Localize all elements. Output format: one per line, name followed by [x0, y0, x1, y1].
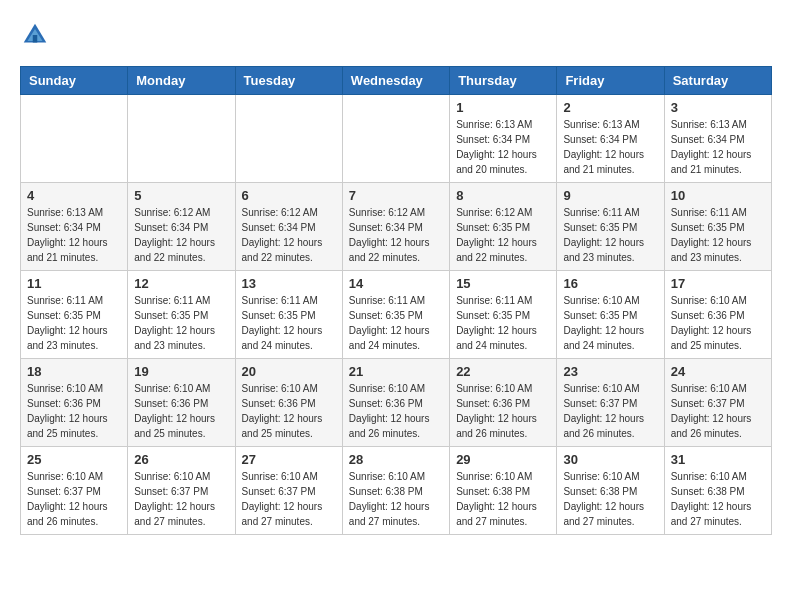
- logo: [20, 20, 56, 50]
- cell-info-text: Sunrise: 6:11 AM Sunset: 6:35 PM Dayligh…: [242, 293, 336, 353]
- calendar-header-row: SundayMondayTuesdayWednesdayThursdayFrid…: [21, 67, 772, 95]
- cell-date-number: 17: [671, 276, 765, 291]
- calendar-cell: 20Sunrise: 6:10 AM Sunset: 6:36 PM Dayli…: [235, 359, 342, 447]
- cell-date-number: 19: [134, 364, 228, 379]
- calendar-cell: 28Sunrise: 6:10 AM Sunset: 6:38 PM Dayli…: [342, 447, 449, 535]
- cell-info-text: Sunrise: 6:10 AM Sunset: 6:36 PM Dayligh…: [671, 293, 765, 353]
- day-header-wednesday: Wednesday: [342, 67, 449, 95]
- day-header-friday: Friday: [557, 67, 664, 95]
- cell-info-text: Sunrise: 6:12 AM Sunset: 6:34 PM Dayligh…: [349, 205, 443, 265]
- cell-info-text: Sunrise: 6:10 AM Sunset: 6:35 PM Dayligh…: [563, 293, 657, 353]
- calendar-cell: 22Sunrise: 6:10 AM Sunset: 6:36 PM Dayli…: [450, 359, 557, 447]
- cell-date-number: 6: [242, 188, 336, 203]
- cell-date-number: 1: [456, 100, 550, 115]
- calendar-cell: 5Sunrise: 6:12 AM Sunset: 6:34 PM Daylig…: [128, 183, 235, 271]
- cell-info-text: Sunrise: 6:13 AM Sunset: 6:34 PM Dayligh…: [563, 117, 657, 177]
- calendar-cell: [342, 95, 449, 183]
- calendar-cell: 31Sunrise: 6:10 AM Sunset: 6:38 PM Dayli…: [664, 447, 771, 535]
- cell-date-number: 18: [27, 364, 121, 379]
- cell-date-number: 8: [456, 188, 550, 203]
- calendar-week-0: 1Sunrise: 6:13 AM Sunset: 6:34 PM Daylig…: [21, 95, 772, 183]
- calendar-cell: 17Sunrise: 6:10 AM Sunset: 6:36 PM Dayli…: [664, 271, 771, 359]
- calendar-cell: 18Sunrise: 6:10 AM Sunset: 6:36 PM Dayli…: [21, 359, 128, 447]
- page: SundayMondayTuesdayWednesdayThursdayFrid…: [0, 0, 792, 545]
- day-header-saturday: Saturday: [664, 67, 771, 95]
- calendar-week-2: 11Sunrise: 6:11 AM Sunset: 6:35 PM Dayli…: [21, 271, 772, 359]
- calendar-cell: [235, 95, 342, 183]
- cell-date-number: 31: [671, 452, 765, 467]
- calendar-cell: 2Sunrise: 6:13 AM Sunset: 6:34 PM Daylig…: [557, 95, 664, 183]
- day-header-thursday: Thursday: [450, 67, 557, 95]
- day-header-tuesday: Tuesday: [235, 67, 342, 95]
- cell-info-text: Sunrise: 6:10 AM Sunset: 6:36 PM Dayligh…: [27, 381, 121, 441]
- cell-date-number: 29: [456, 452, 550, 467]
- calendar-cell: 29Sunrise: 6:10 AM Sunset: 6:38 PM Dayli…: [450, 447, 557, 535]
- cell-date-number: 3: [671, 100, 765, 115]
- cell-info-text: Sunrise: 6:10 AM Sunset: 6:37 PM Dayligh…: [134, 469, 228, 529]
- calendar-cell: 7Sunrise: 6:12 AM Sunset: 6:34 PM Daylig…: [342, 183, 449, 271]
- cell-date-number: 10: [671, 188, 765, 203]
- cell-info-text: Sunrise: 6:11 AM Sunset: 6:35 PM Dayligh…: [671, 205, 765, 265]
- cell-info-text: Sunrise: 6:13 AM Sunset: 6:34 PM Dayligh…: [27, 205, 121, 265]
- cell-info-text: Sunrise: 6:11 AM Sunset: 6:35 PM Dayligh…: [349, 293, 443, 353]
- cell-info-text: Sunrise: 6:10 AM Sunset: 6:38 PM Dayligh…: [456, 469, 550, 529]
- cell-date-number: 12: [134, 276, 228, 291]
- calendar-cell: 15Sunrise: 6:11 AM Sunset: 6:35 PM Dayli…: [450, 271, 557, 359]
- cell-date-number: 20: [242, 364, 336, 379]
- cell-date-number: 30: [563, 452, 657, 467]
- cell-info-text: Sunrise: 6:11 AM Sunset: 6:35 PM Dayligh…: [456, 293, 550, 353]
- calendar-cell: 8Sunrise: 6:12 AM Sunset: 6:35 PM Daylig…: [450, 183, 557, 271]
- cell-date-number: 23: [563, 364, 657, 379]
- calendar-week-1: 4Sunrise: 6:13 AM Sunset: 6:34 PM Daylig…: [21, 183, 772, 271]
- calendar-cell: 19Sunrise: 6:10 AM Sunset: 6:36 PM Dayli…: [128, 359, 235, 447]
- calendar-cell: 6Sunrise: 6:12 AM Sunset: 6:34 PM Daylig…: [235, 183, 342, 271]
- cell-date-number: 5: [134, 188, 228, 203]
- cell-info-text: Sunrise: 6:10 AM Sunset: 6:38 PM Dayligh…: [349, 469, 443, 529]
- day-header-sunday: Sunday: [21, 67, 128, 95]
- calendar-cell: 12Sunrise: 6:11 AM Sunset: 6:35 PM Dayli…: [128, 271, 235, 359]
- logo-icon: [20, 20, 50, 50]
- calendar-cell: 3Sunrise: 6:13 AM Sunset: 6:34 PM Daylig…: [664, 95, 771, 183]
- cell-info-text: Sunrise: 6:13 AM Sunset: 6:34 PM Dayligh…: [671, 117, 765, 177]
- cell-info-text: Sunrise: 6:10 AM Sunset: 6:37 PM Dayligh…: [27, 469, 121, 529]
- cell-date-number: 2: [563, 100, 657, 115]
- cell-date-number: 14: [349, 276, 443, 291]
- calendar-cell: [128, 95, 235, 183]
- calendar-cell: 21Sunrise: 6:10 AM Sunset: 6:36 PM Dayli…: [342, 359, 449, 447]
- cell-info-text: Sunrise: 6:12 AM Sunset: 6:34 PM Dayligh…: [242, 205, 336, 265]
- cell-info-text: Sunrise: 6:11 AM Sunset: 6:35 PM Dayligh…: [27, 293, 121, 353]
- calendar-table: SundayMondayTuesdayWednesdayThursdayFrid…: [20, 66, 772, 535]
- cell-date-number: 27: [242, 452, 336, 467]
- calendar-cell: 24Sunrise: 6:10 AM Sunset: 6:37 PM Dayli…: [664, 359, 771, 447]
- header: [20, 20, 772, 50]
- cell-date-number: 26: [134, 452, 228, 467]
- cell-date-number: 28: [349, 452, 443, 467]
- calendar-cell: 16Sunrise: 6:10 AM Sunset: 6:35 PM Dayli…: [557, 271, 664, 359]
- calendar-cell: 27Sunrise: 6:10 AM Sunset: 6:37 PM Dayli…: [235, 447, 342, 535]
- calendar-cell: 10Sunrise: 6:11 AM Sunset: 6:35 PM Dayli…: [664, 183, 771, 271]
- cell-info-text: Sunrise: 6:12 AM Sunset: 6:34 PM Dayligh…: [134, 205, 228, 265]
- calendar-week-3: 18Sunrise: 6:10 AM Sunset: 6:36 PM Dayli…: [21, 359, 772, 447]
- cell-info-text: Sunrise: 6:11 AM Sunset: 6:35 PM Dayligh…: [134, 293, 228, 353]
- cell-date-number: 11: [27, 276, 121, 291]
- cell-info-text: Sunrise: 6:10 AM Sunset: 6:37 PM Dayligh…: [242, 469, 336, 529]
- cell-info-text: Sunrise: 6:10 AM Sunset: 6:36 PM Dayligh…: [242, 381, 336, 441]
- calendar-cell: 11Sunrise: 6:11 AM Sunset: 6:35 PM Dayli…: [21, 271, 128, 359]
- cell-date-number: 21: [349, 364, 443, 379]
- calendar-cell: 23Sunrise: 6:10 AM Sunset: 6:37 PM Dayli…: [557, 359, 664, 447]
- cell-info-text: Sunrise: 6:13 AM Sunset: 6:34 PM Dayligh…: [456, 117, 550, 177]
- calendar-cell: 14Sunrise: 6:11 AM Sunset: 6:35 PM Dayli…: [342, 271, 449, 359]
- cell-info-text: Sunrise: 6:12 AM Sunset: 6:35 PM Dayligh…: [456, 205, 550, 265]
- cell-date-number: 25: [27, 452, 121, 467]
- day-header-monday: Monday: [128, 67, 235, 95]
- calendar-cell: [21, 95, 128, 183]
- cell-info-text: Sunrise: 6:10 AM Sunset: 6:36 PM Dayligh…: [134, 381, 228, 441]
- calendar-cell: 1Sunrise: 6:13 AM Sunset: 6:34 PM Daylig…: [450, 95, 557, 183]
- calendar-cell: 30Sunrise: 6:10 AM Sunset: 6:38 PM Dayli…: [557, 447, 664, 535]
- cell-date-number: 22: [456, 364, 550, 379]
- svg-rect-2: [33, 35, 38, 43]
- cell-info-text: Sunrise: 6:10 AM Sunset: 6:38 PM Dayligh…: [671, 469, 765, 529]
- cell-date-number: 9: [563, 188, 657, 203]
- cell-info-text: Sunrise: 6:10 AM Sunset: 6:36 PM Dayligh…: [349, 381, 443, 441]
- cell-info-text: Sunrise: 6:10 AM Sunset: 6:36 PM Dayligh…: [456, 381, 550, 441]
